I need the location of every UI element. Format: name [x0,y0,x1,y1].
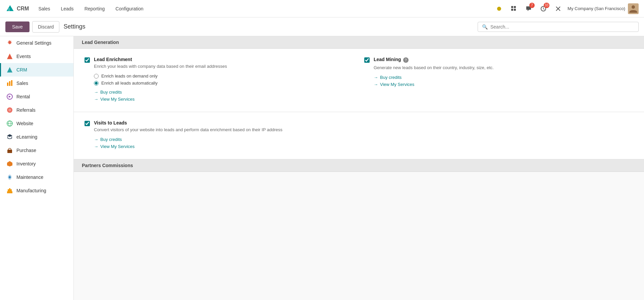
lead-mining-view-services-link[interactable]: → View My Services [374,82,633,87]
sidebar-item-purchase[interactable]: Purchase [0,144,73,157]
events-icon [6,53,13,60]
sidebar-item-general-settings[interactable]: General Settings [0,36,73,50]
lead-enrichment-desc: Enrich your leads with company data base… [94,63,354,69]
sidebar-item-website[interactable]: Website [0,117,73,130]
main-layout: General Settings Events CRM Sales [0,36,644,300]
discard-button[interactable]: Discard [32,21,59,33]
company-name: My Company (San Francisco) [568,6,625,11]
lead-mining-checkbox[interactable] [364,57,370,63]
lead-mining-desc: Generate new leads based on their countr… [374,65,633,71]
lead-mining-title: Lead Mining [374,57,401,62]
svg-rect-18 [7,83,8,86]
page-title: Settings [63,23,85,30]
svg-point-3 [497,7,501,11]
nav-item-reporting[interactable]: Reporting [80,4,109,13]
sidebar-item-inventory[interactable]: Inventory [0,157,73,170]
lead-enrichment-checkbox-wrap[interactable] [85,57,90,64]
svg-rect-20 [11,80,12,86]
activity-badge: 33 [544,3,549,8]
sidebar-item-label-general-settings: General Settings [16,40,51,46]
sidebar-item-referrals[interactable]: Referrals [0,103,73,117]
nav-item-sales[interactable]: Sales [34,4,54,13]
enrich-demand-radio[interactable] [94,74,99,79]
inventory-icon [6,160,13,167]
sidebar-item-sales[interactable]: Sales [0,77,73,90]
lead-mining-help-icon[interactable]: ? [403,57,409,63]
website-icon [6,120,13,127]
sidebar-item-rental[interactable]: Rental [0,90,73,103]
visits-to-leads-checkbox[interactable] [85,121,90,126]
close-icon [555,6,561,12]
enrich-auto-label: Enrich all leads automatically [101,81,158,86]
top-nav: CRM Sales Leads Reporting Configuration [0,0,644,17]
enrich-demand-option[interactable]: Enrich leads on demand only [94,73,354,79]
visits-to-leads-row: Visits to Leads Convert visitors of your… [85,120,633,151]
lead-enrichment-view-services-link[interactable]: → View My Services [94,97,354,102]
lead-mining-view-services-arrow: → [374,82,378,87]
sidebar-item-crm[interactable]: CRM [0,63,73,77]
visits-to-leads-content: Visits to Leads Convert visitors of your… [94,120,633,151]
visits-to-leads-checkbox-wrap[interactable] [85,121,90,127]
nav-item-configuration[interactable]: Configuration [111,4,147,13]
svg-rect-7 [514,9,516,11]
app-logo[interactable]: CRM [5,4,29,13]
chat-badge: 7 [529,3,535,8]
activity-icon-btn[interactable]: 33 [538,3,549,14]
lead-mining-checkbox-wrap[interactable] [364,57,370,64]
svg-marker-28 [7,161,12,166]
chat-icon-btn[interactable]: 7 [523,3,534,14]
svg-rect-32 [10,189,12,191]
visits-view-services-arrow: → [94,144,98,149]
lead-enrichment-checkbox[interactable] [85,57,90,63]
sidebar-item-events[interactable]: Events [0,50,73,63]
sidebar-item-label-rental: Rental [16,94,30,99]
lead-enrichment-buy-credits-label: Buy credits [100,90,122,95]
sidebar-item-label-maintenance: Maintenance [16,174,43,180]
lead-mining-view-services-label: View My Services [380,82,414,87]
status-icon-btn[interactable] [494,3,504,14]
visits-view-services-link[interactable]: → View My Services [94,144,633,149]
sidebar-item-label-elearning: eLearning [16,134,37,140]
sidebar-item-label-inventory: Inventory [16,161,36,166]
visits-buy-credits-link[interactable]: → Buy credits [94,137,633,142]
app-name: CRM [17,6,29,12]
nav-item-leads[interactable]: Leads [57,4,77,13]
lead-enrichment-cell: Lead Enrichment Enrich your leads with c… [85,57,354,104]
visits-to-leads-desc: Convert visitors of your website into le… [94,127,633,133]
apps-icon-btn[interactable] [508,3,519,14]
nav-icons: 7 33 My Company (San Francisco) [494,3,639,14]
enrich-auto-option[interactable]: Enrich all leads automatically [94,81,354,86]
search-input[interactable] [490,24,634,30]
svg-marker-0 [7,5,14,11]
view-services-arrow-icon: → [94,97,98,102]
buy-credits-arrow-icon: → [94,90,98,95]
svg-rect-19 [9,81,10,86]
lead-mining-buy-credits-link[interactable]: → Buy credits [374,75,633,80]
lead-enrichment-title: Lead Enrichment [94,57,354,62]
lead-enrichment-buy-credits-link[interactable]: → Buy credits [94,90,354,95]
search-icon: 🔍 [482,24,488,30]
visits-view-services-label: View My Services [100,144,135,149]
manufacturing-icon [6,187,13,194]
partners-commissions-header: Partners Commissions [74,159,644,172]
company-selector[interactable]: My Company (San Francisco) [568,3,639,14]
enrich-auto-radio[interactable] [94,81,99,86]
sidebar-item-manufacturing[interactable]: Manufacturing [0,184,73,197]
svg-point-23 [8,109,11,111]
svg-rect-5 [514,6,516,8]
enrich-demand-label: Enrich leads on demand only [101,73,158,79]
sidebar-item-elearning[interactable]: eLearning [0,130,73,144]
enrich-radio-group: Enrich leads on demand only Enrich all l… [94,73,354,86]
svg-marker-16 [7,67,12,72]
visits-to-leads-title: Visits to Leads [94,120,633,126]
close-icon-btn[interactable] [553,3,564,14]
svg-rect-4 [511,6,513,8]
lead-mining-title-row: Lead Mining ? [374,57,633,63]
sidebar-item-maintenance[interactable]: Maintenance [0,170,73,184]
save-button[interactable]: Save [5,21,30,32]
sidebar-item-label-events: Events [16,54,31,59]
user-avatar[interactable] [628,3,639,14]
sidebar-item-label-referrals: Referrals [16,107,36,113]
lead-enrichment-view-services-label: View My Services [100,97,135,102]
search-box[interactable]: 🔍 [478,22,639,32]
